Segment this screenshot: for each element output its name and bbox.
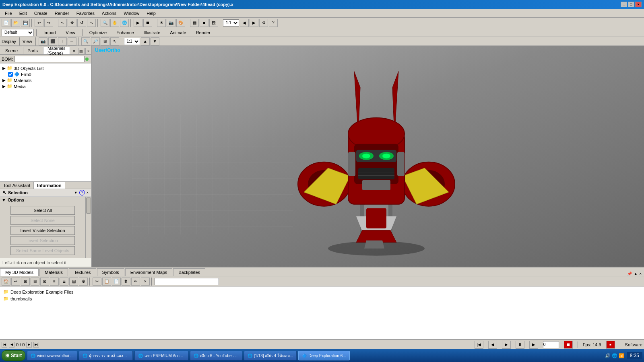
bom-input[interactable] bbox=[14, 56, 85, 62]
menu-actions[interactable]: Actions bbox=[99, 10, 120, 16]
tb-light[interactable]: ☀ bbox=[157, 19, 166, 27]
sb-first[interactable]: |◀ bbox=[2, 342, 7, 348]
taskbar-deep-exp[interactable]: 🔷 Deep Exploration 6... bbox=[298, 351, 349, 360]
invert-visible-button[interactable]: Invert Visible Selection bbox=[10, 226, 75, 235]
tb-pan[interactable]: ✋ bbox=[110, 19, 119, 27]
tab-materials[interactable]: Materials bbox=[39, 268, 68, 276]
tree-frm0[interactable]: 🔷 Frm0 bbox=[2, 71, 89, 77]
start-button[interactable]: ⊞ Start bbox=[2, 350, 25, 361]
anim-stop-red[interactable]: ⏹ bbox=[564, 341, 573, 349]
tb-select[interactable]: ↖ bbox=[58, 19, 67, 27]
bt-copy[interactable]: 📋 bbox=[102, 278, 111, 286]
close-button[interactable]: × bbox=[635, 2, 642, 7]
tab-my-3d-models[interactable]: My 3D Models bbox=[0, 268, 39, 276]
bottom-pin-btn[interactable]: 📌 bbox=[627, 272, 632, 276]
tab-small-icon[interactable]: ▤ bbox=[78, 48, 85, 54]
taskbar-ie-4[interactable]: 🌐 เดีย่ว 6 - YouTube - ... bbox=[190, 351, 242, 360]
tab-textures[interactable]: Textures bbox=[69, 268, 96, 276]
bottom-up-btn[interactable]: ▲ bbox=[634, 272, 638, 276]
anim-next[interactable]: ▶ bbox=[529, 341, 538, 349]
tb2-scale-sel[interactable]: 1:1 bbox=[124, 38, 140, 45]
menu-favorites[interactable]: Favorites bbox=[73, 10, 98, 16]
bt-search[interactable] bbox=[155, 278, 219, 285]
menu-file[interactable]: File bbox=[2, 10, 15, 16]
bt-cut[interactable]: ✂ bbox=[93, 278, 101, 286]
anim-pause[interactable]: ⏸ bbox=[516, 341, 524, 349]
tb-new[interactable]: 📄 bbox=[2, 19, 10, 27]
bt-list2[interactable]: ≣ bbox=[60, 278, 68, 286]
tb-redo[interactable]: ↪ bbox=[44, 19, 53, 27]
menu-render[interactable]: Render bbox=[52, 10, 72, 16]
tab-illustrate[interactable]: Illustrate bbox=[139, 29, 165, 36]
tab-animate[interactable]: Animate bbox=[165, 29, 190, 36]
tab-scene[interactable]: Scene bbox=[1, 47, 22, 54]
anim-frame[interactable] bbox=[543, 341, 559, 348]
select-all-button[interactable]: Select All bbox=[10, 206, 75, 215]
minimize-button[interactable]: _ bbox=[621, 2, 627, 7]
anim-prev[interactable]: ◀ bbox=[488, 341, 497, 349]
tb-rotate[interactable]: ↺ bbox=[77, 19, 86, 27]
menu-window[interactable]: Window bbox=[120, 10, 142, 16]
bt-rename[interactable]: ✏ bbox=[131, 278, 140, 286]
tb2-select2[interactable]: ↖ bbox=[110, 37, 119, 45]
tb2-top[interactable]: ⊤ bbox=[58, 37, 67, 45]
select-same-level-button[interactable]: Select Same Level Objects bbox=[10, 246, 75, 255]
bt-grid-lg[interactable]: ⊠ bbox=[40, 278, 49, 286]
tb-material[interactable]: 🎨 bbox=[176, 19, 185, 27]
bt-back[interactable]: ↩ bbox=[11, 278, 20, 286]
options-header[interactable]: ▼ Options bbox=[0, 197, 85, 203]
tab-materials-scene[interactable]: Materials (Scene) bbox=[43, 47, 70, 54]
tb-zoom[interactable]: 🔍 bbox=[101, 19, 109, 27]
tb-more2[interactable]: ▶ bbox=[250, 19, 258, 27]
tree-media[interactable]: ▶ 📁 Media bbox=[2, 83, 89, 89]
tab-close[interactable]: × bbox=[85, 48, 92, 54]
folder-example-files[interactable]: 📁 Deep Exploration Example Files bbox=[2, 288, 642, 295]
bottom-close-btn[interactable]: × bbox=[639, 272, 642, 276]
tb-more1[interactable]: ◀ bbox=[240, 19, 249, 27]
tab-import[interactable]: Import bbox=[39, 29, 60, 36]
tb2-scale-dn[interactable]: ▼ bbox=[151, 37, 159, 45]
viewport[interactable]: User/Ortho bbox=[92, 46, 644, 267]
fps-stop-btn[interactable]: ■ bbox=[606, 341, 615, 349]
tb2-zoomin[interactable]: 🔍 bbox=[81, 37, 90, 45]
tb-wire[interactable]: ▦ bbox=[190, 19, 199, 27]
bt-remove[interactable]: × bbox=[141, 278, 150, 286]
tab-render-menu[interactable]: Render bbox=[192, 29, 215, 36]
tb-solid[interactable]: ■ bbox=[200, 19, 208, 27]
tb-orbit[interactable]: 🌐 bbox=[120, 19, 129, 27]
tree-frm0-checkbox[interactable] bbox=[8, 72, 13, 77]
tb2-cam[interactable]: 📷 bbox=[39, 37, 47, 45]
sb-next[interactable]: ▶ bbox=[26, 342, 32, 348]
profile-dropdown[interactable]: Default bbox=[2, 29, 34, 36]
tab-enhance[interactable]: Enhance bbox=[112, 29, 138, 36]
tb-texture[interactable]: 🖼 bbox=[209, 19, 218, 27]
options-scrollbar[interactable] bbox=[85, 197, 91, 258]
bt-prop[interactable]: ⚙ bbox=[79, 278, 88, 286]
info-expand-btn[interactable]: ▼ bbox=[74, 190, 78, 195]
tb-render2[interactable]: ⏹ bbox=[143, 19, 152, 27]
tb-camera[interactable]: 📷 bbox=[167, 19, 175, 27]
bt-paste[interactable]: 📄 bbox=[112, 278, 121, 286]
tb-open[interactable]: 📂 bbox=[11, 19, 20, 27]
taskbar-ie-5[interactable]: 🌐 [1/13] เดีย่ว4 โห้ดอล... bbox=[244, 351, 297, 360]
tb-scale[interactable]: ⤡ bbox=[87, 19, 96, 27]
sb-last[interactable]: ▶| bbox=[33, 342, 39, 348]
bt-list3[interactable]: ▤ bbox=[69, 278, 78, 286]
tb-scale-dropdown[interactable]: 1:1 bbox=[223, 19, 239, 27]
taskbar-ie-1[interactable]: 🌐 windowwarsrbthai ... bbox=[27, 351, 77, 360]
bt-grid-md[interactable]: ⊟ bbox=[31, 278, 39, 286]
sb-prev[interactable]: ◀ bbox=[9, 342, 14, 348]
tab-list-btn[interactable]: ≡ bbox=[71, 48, 77, 54]
tab-environment-maps[interactable]: Environment Maps bbox=[125, 268, 173, 276]
bt-del[interactable]: 🗑 bbox=[122, 278, 130, 286]
tab-view[interactable]: View bbox=[61, 29, 80, 36]
tb-settings[interactable]: ⚙ bbox=[259, 19, 268, 27]
tb2-persp[interactable]: ⬛ bbox=[48, 37, 57, 45]
select-none-button[interactable]: Select None bbox=[10, 216, 75, 225]
tab-information[interactable]: Information bbox=[34, 182, 65, 189]
bt-home[interactable]: 🏠 bbox=[2, 278, 10, 286]
tab-optimize[interactable]: Optimize bbox=[85, 29, 111, 36]
taskbar-ie-3[interactable]: 🌐 แจก PREMIUM Acco... bbox=[134, 351, 188, 360]
tab-tool-assistant[interactable]: Tool Assistant bbox=[0, 182, 34, 189]
menu-help[interactable]: Help bbox=[143, 10, 159, 16]
